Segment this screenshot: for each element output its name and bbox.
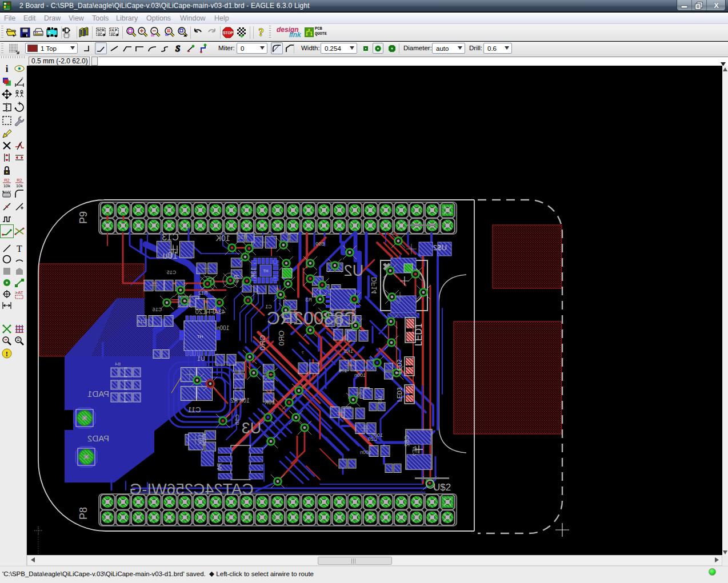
svg-text:B99: B99 (315, 241, 325, 247)
svg-text:CAT24C256WI-G: CAT24C256WI-G (129, 480, 253, 498)
svg-text:R12: R12 (198, 290, 208, 296)
svg-text:LED2: LED2 (397, 359, 403, 373)
svg-text:OR0: OR0 (277, 331, 286, 346)
svg-text:1?5: 1?5 (338, 368, 347, 373)
svg-text:i: i (6, 63, 9, 74)
svg-text:10u: 10u (163, 251, 178, 260)
svg-text:PA: PA (216, 463, 223, 472)
svg-text:100n: 100n (371, 432, 383, 438)
svg-text:T: T (17, 244, 22, 254)
svg-text:SCR: SCR (97, 29, 105, 32)
svg-text:1K5: 1K5 (377, 395, 383, 404)
svg-text:100n: 100n (217, 325, 229, 331)
svg-text:10K R2: 10K R2 (230, 397, 250, 404)
svg-text:X: X (714, 1, 719, 10)
svg-text:R10: R10 (238, 234, 247, 240)
svg-text:P9: P9 (78, 211, 89, 224)
svg-text:10k: 10k (3, 183, 10, 188)
svg-text:U2: U2 (344, 262, 364, 279)
svg-text:C11: C11 (188, 405, 201, 414)
svg-text:B4: B4 (115, 361, 121, 367)
svg-text:U$2: U$2 (433, 243, 447, 252)
svg-text:?: ? (258, 26, 264, 38)
svg-text:U3: U3 (242, 420, 262, 437)
svg-text:100n: 100n (360, 449, 371, 455)
svg-text:1K5: 1K5 (344, 348, 353, 354)
svg-text:?: ? (301, 350, 304, 355)
svg-text:AT: AT (18, 290, 23, 295)
svg-text:C13: C13 (162, 232, 178, 242)
svg-text:PAD1: PAD1 (87, 389, 109, 399)
svg-text:R2: R2 (4, 178, 10, 183)
svg-text:TH: TH (263, 269, 268, 273)
svg-text:°: ° (22, 77, 23, 81)
svg-text:LED1: LED1 (414, 323, 423, 346)
svg-text:S: S (175, 44, 180, 53)
svg-text:LED3: LED3 (397, 387, 403, 401)
svg-text:10K: 10K (215, 234, 230, 243)
svg-text:C52: C52 (403, 435, 410, 447)
svg-text:C83002RC: C83002RC (267, 308, 357, 328)
svg-text:C1: C1 (265, 304, 272, 309)
svg-text:43AFHL20: 43AFHL20 (195, 308, 226, 315)
svg-text:CSB: CSB (234, 415, 240, 425)
svg-text:OR0: OR0 (258, 335, 267, 351)
svg-text:R2: R2 (17, 178, 22, 183)
svg-text:PAD2: PAD2 (87, 433, 109, 443)
svg-text:13K: 13K (250, 267, 257, 279)
svg-text:U$2: U$2 (433, 482, 451, 493)
svg-text:10k: 10k (16, 183, 23, 188)
svg-text:100n: 100n (354, 372, 366, 378)
svg-text:10K: 10K (265, 399, 275, 405)
svg-text:TH: TH (197, 334, 203, 339)
svg-text:STOP: STOP (223, 31, 233, 35)
svg-text:ULP: ULP (110, 29, 117, 32)
svg-text:R3: R3 (305, 297, 312, 303)
svg-text:C16: C16 (137, 319, 147, 324)
svg-text:C16: C16 (153, 307, 162, 312)
svg-text:R9: R9 (233, 275, 240, 283)
svg-text:C15: C15 (167, 270, 177, 275)
svg-text:P8: P8 (78, 507, 89, 520)
svg-text:!: ! (6, 349, 8, 358)
svg-text:U1: U1 (197, 355, 205, 362)
svg-text:DF14: DF14 (370, 277, 378, 294)
svg-text:4E?: 4E? (412, 446, 418, 456)
